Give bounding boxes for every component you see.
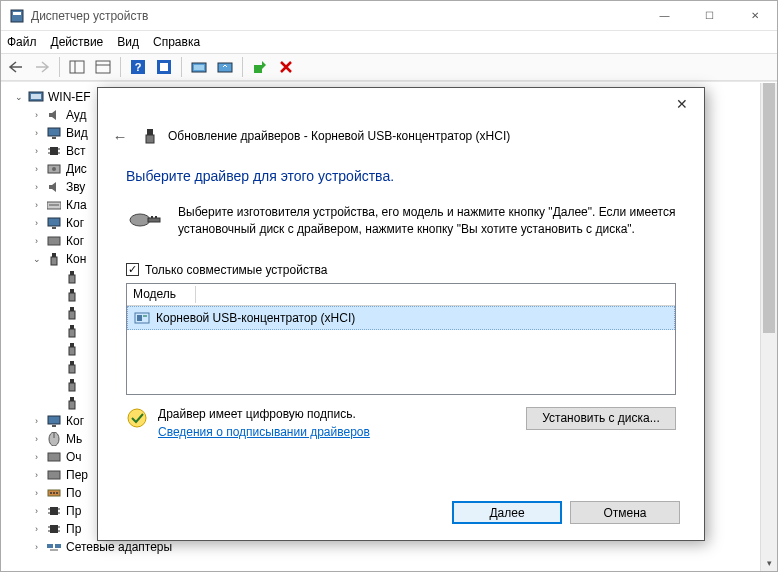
expand-icon[interactable]: › (31, 470, 42, 481)
expand-icon[interactable]: › (31, 182, 42, 193)
minimize-button[interactable]: — (642, 1, 687, 30)
svg-rect-52 (48, 453, 60, 461)
signature-text: Драйвер имеет цифровую подпись. (158, 407, 370, 421)
properties-button[interactable] (92, 56, 114, 78)
enable-button[interactable] (249, 56, 271, 78)
close-button[interactable]: ✕ (732, 1, 777, 30)
expand-icon[interactable] (49, 272, 60, 283)
svg-rect-53 (48, 471, 60, 479)
tree-item-label: Мь (66, 432, 82, 446)
device-icon (64, 341, 80, 357)
menu-action[interactable]: Действие (51, 35, 104, 49)
signature-row: Драйвер имеет цифровую подпись. Сведения… (126, 395, 676, 439)
tree-item-label: Пр (66, 522, 81, 536)
expand-icon[interactable]: › (31, 524, 42, 535)
expand-icon[interactable]: › (31, 434, 42, 445)
compatible-checkbox-row[interactable]: ✓ Только совместимые устройства (126, 263, 676, 277)
expand-icon[interactable]: › (31, 506, 42, 517)
dialog-back-button[interactable]: ← (108, 124, 132, 148)
svg-rect-29 (48, 237, 60, 245)
instructions-text: Выберите изготовителя устройства, его мо… (178, 204, 676, 239)
install-from-disk-button[interactable]: Установить с диска... (526, 407, 676, 430)
device-icon (64, 395, 80, 411)
list-item-selected[interactable]: Корневой USB-концентратор (xHCI) (127, 306, 675, 330)
device-icon (46, 449, 62, 465)
forward-button[interactable] (31, 56, 53, 78)
signature-link[interactable]: Сведения о подписывании драйверов (158, 425, 370, 439)
svg-rect-15 (31, 94, 41, 99)
tree-item-label: Кон (66, 252, 86, 266)
checkbox-icon[interactable]: ✓ (126, 263, 139, 276)
menu-file[interactable]: Файл (7, 35, 37, 49)
device-manager-window: Диспетчер устройств — ☐ ✕ Файл Действие … (0, 0, 778, 572)
expand-icon[interactable]: › (31, 128, 42, 139)
expand-icon[interactable]: ⌄ (31, 254, 42, 265)
model-listbox[interactable]: Модель Корневой USB-концентратор (xHCI) (126, 283, 676, 395)
expand-icon[interactable]: › (31, 218, 42, 229)
device-icon (46, 521, 62, 537)
expand-icon[interactable] (49, 362, 60, 373)
collapse-icon[interactable]: ⌄ (13, 92, 24, 103)
expand-icon[interactable]: › (31, 452, 42, 463)
expand-icon[interactable]: › (31, 110, 42, 121)
device-icon (46, 485, 62, 501)
instructions-row: Выберите изготовителя устройства, его мо… (126, 204, 676, 239)
menu-view[interactable]: Вид (117, 35, 139, 49)
uninstall-button[interactable] (275, 56, 297, 78)
show-hide-button[interactable] (66, 56, 88, 78)
tree-item-label: Вст (66, 144, 86, 158)
svg-rect-58 (50, 507, 58, 515)
svg-rect-44 (70, 379, 74, 383)
expand-icon[interactable] (49, 308, 60, 319)
svg-text:?: ? (135, 61, 142, 73)
vertical-scrollbar[interactable]: ▴ ▾ (760, 83, 777, 571)
expand-icon[interactable]: › (31, 416, 42, 427)
expand-icon[interactable] (49, 344, 60, 355)
svg-rect-49 (52, 425, 56, 427)
expand-icon[interactable]: › (31, 200, 42, 211)
scroll-down-icon[interactable]: ▾ (761, 554, 777, 571)
hardware-icon (126, 204, 162, 239)
svg-rect-71 (147, 129, 153, 135)
svg-rect-30 (52, 253, 56, 257)
svg-rect-42 (70, 361, 74, 365)
network-icon (46, 539, 62, 555)
action-button[interactable] (153, 56, 175, 78)
back-button[interactable] (5, 56, 27, 78)
expand-icon[interactable]: › (31, 542, 42, 553)
expand-icon[interactable] (49, 380, 60, 391)
expand-icon[interactable] (49, 290, 60, 301)
svg-rect-9 (160, 63, 168, 71)
tree-item-label: Оч (66, 450, 82, 464)
list-column-header[interactable]: Модель (127, 284, 675, 306)
tree-item-label: Ког (66, 216, 84, 230)
help-button[interactable]: ? (127, 56, 149, 78)
tree-item-label: Ког (66, 414, 84, 428)
svg-rect-41 (69, 347, 75, 355)
scroll-thumb[interactable] (763, 83, 775, 333)
svg-rect-39 (69, 329, 75, 337)
device-icon (46, 233, 62, 249)
expand-icon[interactable]: › (31, 236, 42, 247)
cancel-button[interactable]: Отмена (570, 501, 680, 524)
tree-item-label: Зву (66, 180, 85, 194)
tree-item-label: По (66, 486, 81, 500)
svg-rect-27 (48, 218, 60, 226)
device-icon (64, 269, 80, 285)
update-button[interactable] (214, 56, 236, 78)
expand-icon[interactable] (49, 398, 60, 409)
device-icon (46, 503, 62, 519)
expand-icon[interactable]: › (31, 164, 42, 175)
svg-rect-78 (137, 315, 142, 321)
dialog-buttons: Далее Отмена (452, 501, 680, 524)
expand-icon[interactable]: › (31, 488, 42, 499)
expand-icon[interactable] (49, 326, 60, 337)
scan-button[interactable] (188, 56, 210, 78)
svg-rect-63 (50, 525, 58, 533)
dialog-close-button[interactable]: ✕ (666, 90, 698, 118)
menubar: Файл Действие Вид Справка (1, 31, 777, 53)
maximize-button[interactable]: ☐ (687, 1, 732, 30)
expand-icon[interactable]: › (31, 146, 42, 157)
next-button[interactable]: Далее (452, 501, 562, 524)
menu-help[interactable]: Справка (153, 35, 200, 49)
